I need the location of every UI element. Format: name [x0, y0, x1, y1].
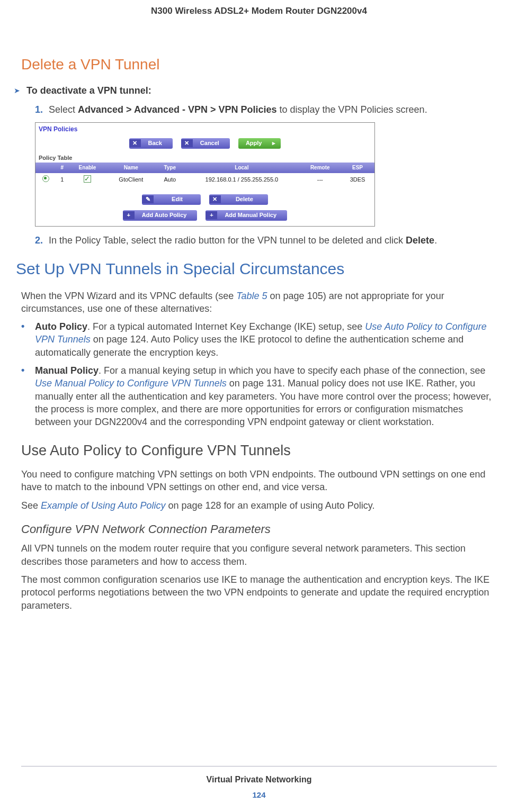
footer-chapter: Virtual Private Networking — [0, 774, 518, 786]
plus-icon: + — [123, 211, 135, 219]
step-number: 2. — [35, 234, 49, 247]
add-auto-policy-button[interactable]: +Add Auto Policy — [123, 210, 198, 221]
cell-esp: 3DES — [341, 173, 374, 187]
col-remote: Remote — [299, 163, 341, 173]
table-caption: Policy Table — [35, 153, 374, 163]
enable-checkbox[interactable] — [84, 175, 91, 183]
col-local: Local — [184, 163, 299, 173]
step-number: 1. — [35, 103, 49, 116]
cell-local: 192.168.0.1 / 255.255.255.0 — [184, 173, 299, 187]
edit-button[interactable]: ✎Edit — [142, 194, 201, 205]
cell-remote: --- — [299, 173, 341, 187]
vpn-policies-screenshot: VPN Policies ✕Back ✕Cancel Apply▸ Policy… — [35, 122, 375, 226]
back-button[interactable]: ✕Back — [129, 138, 173, 149]
delete-button[interactable]: ✕Delete — [209, 194, 268, 205]
step-1: 1. Select Advanced > Advanced - VPN > VP… — [35, 103, 497, 116]
play-icon: ▸ — [272, 139, 281, 147]
step2-text-pre: In the Policy Table, select the radio bu… — [49, 235, 406, 246]
pencil-icon: ✎ — [142, 195, 154, 203]
doc-header-title: N300 Wireless ADSL2+ Modem Router DGN220… — [21, 0, 497, 17]
bullet-auto-policy: • Auto Policy. For a typical automated I… — [21, 320, 497, 359]
heading-setup-vpn-tunnels: Set Up VPN Tunnels in Special Circumstan… — [16, 258, 497, 280]
heading-delete-vpn-tunnel: Delete a VPN Tunnel — [21, 55, 497, 75]
bullet1-title: Auto Policy — [35, 321, 87, 332]
col-name: Name — [106, 163, 156, 173]
screenshot-title: VPN Policies — [35, 123, 374, 137]
bullet-icon: • — [21, 364, 35, 428]
params-p1: All VPN tunnels on the modem router requ… — [21, 542, 497, 568]
footer-page-number: 124 — [0, 790, 518, 800]
procedure-label: To deactivate a VPN tunnel: — [26, 84, 151, 97]
bullet-manual-policy: • Manual Policy. For a manual keying set… — [21, 364, 497, 428]
page-footer: Virtual Private Networking 124 — [0, 766, 518, 800]
col-enable: Enable — [69, 163, 106, 173]
auto-policy-p1: You need to configure matching VPN setti… — [21, 468, 497, 494]
cancel-button[interactable]: ✕Cancel — [181, 138, 230, 149]
col-esp: ESP — [341, 163, 374, 173]
x-icon: ✕ — [129, 139, 141, 147]
step2-bold: Delete — [406, 235, 434, 246]
link-example-auto-policy[interactable]: Example of Using Auto Policy — [41, 500, 165, 511]
col-num: # — [56, 163, 69, 173]
chevron-right-icon: ➤ — [14, 84, 20, 97]
cell-num: 1 — [56, 173, 69, 187]
link-table-5[interactable]: Table 5 — [236, 291, 267, 301]
bullet2-title: Manual Policy — [35, 365, 99, 376]
col-type: Type — [156, 163, 184, 173]
policy-table: # Enable Name Type Local Remote ESP 1 Gt… — [35, 163, 374, 186]
params-p2: The most common configuration scenarios … — [21, 573, 497, 612]
cell-name: GtoClient — [106, 173, 156, 187]
apply-button[interactable]: Apply▸ — [238, 138, 281, 149]
step2-text-post: . — [434, 235, 437, 246]
x-icon: ✕ — [181, 139, 193, 147]
step1-menu-path: Advanced > Advanced - VPN > VPN Policies — [78, 104, 276, 115]
page-content: Delete a VPN Tunnel ➤ To deactivate a VP… — [21, 17, 497, 612]
plus-icon: + — [206, 211, 217, 219]
heading-use-auto-policy: Use Auto Policy to Configure VPN Tunnels — [21, 441, 497, 460]
step1-text-post: to display the VPN Policies screen. — [277, 104, 427, 115]
procedure-intro: ➤ To deactivate a VPN tunnel: — [14, 84, 497, 97]
x-icon: ✕ — [209, 195, 221, 203]
cell-type: Auto — [156, 173, 184, 187]
setup-intro: When the VPN Wizard and its VPNC default… — [21, 290, 497, 315]
step1-text-pre: Select — [49, 104, 78, 115]
add-manual-policy-button[interactable]: +Add Manual Policy — [206, 210, 287, 221]
heading-configure-vpn-params: Configure VPN Network Connection Paramet… — [21, 521, 497, 537]
row-radio[interactable] — [42, 175, 49, 182]
link-use-manual-policy[interactable]: Use Manual Policy to Configure VPN Tunne… — [35, 378, 227, 389]
bullet-icon: • — [21, 320, 35, 359]
table-row: 1 GtoClient Auto 192.168.0.1 / 255.255.2… — [35, 173, 374, 187]
table-header-row: # Enable Name Type Local Remote ESP — [35, 163, 374, 173]
step-2: 2. In the Policy Table, select the radio… — [35, 234, 497, 247]
auto-policy-p2: See Example of Using Auto Policy on page… — [21, 499, 497, 512]
